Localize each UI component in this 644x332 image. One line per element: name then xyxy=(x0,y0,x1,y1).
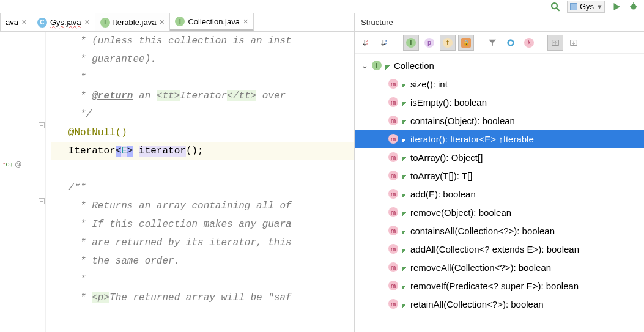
structure-toolbar: za az I p f 🔒 λ xyxy=(355,32,644,54)
visibility-icon xyxy=(402,172,407,179)
method-icon: m xyxy=(388,299,398,309)
debug-icon[interactable] xyxy=(628,1,639,12)
method-icon: m xyxy=(388,171,398,180)
method-signature: isEmpty(): boolean xyxy=(410,97,487,108)
tree-method-item[interactable]: maddAll(Collection<? extends E>): boolea… xyxy=(355,240,644,258)
method-signature: toArray(T[]): T[] xyxy=(410,171,472,181)
visibility-icon xyxy=(402,153,407,161)
visibility-icon xyxy=(402,98,407,106)
visibility-icon xyxy=(402,264,407,271)
svg-text:z: z xyxy=(385,42,387,46)
show-anonymous-toggle[interactable] xyxy=(503,35,519,51)
tree-method-item[interactable]: miterator(): Iterator<E> ↑Iterable xyxy=(355,130,644,148)
visibility-icon xyxy=(402,282,407,289)
method-icon: m xyxy=(388,262,398,272)
method-icon: m xyxy=(388,134,398,144)
method-signature: remove(Object): boolean xyxy=(410,207,511,218)
svg-line-1 xyxy=(557,8,560,11)
tab-ava[interactable]: ava✕ xyxy=(0,13,32,31)
close-icon[interactable]: ✕ xyxy=(21,18,27,26)
close-icon[interactable]: ✕ xyxy=(84,18,90,26)
visibility-icon xyxy=(402,80,407,87)
structure-title: Structure xyxy=(355,13,644,32)
override-marker-icon[interactable]: ↑o↓ @ xyxy=(2,160,21,168)
method-signature: addAll(Collection<? extends E>): boolean xyxy=(410,244,579,254)
visibility-icon xyxy=(402,135,407,142)
structure-tree[interactable]: ⌄ I Collection msize(): intmisEmpty(): b… xyxy=(355,54,644,332)
svg-text:a: a xyxy=(366,42,369,46)
show-interfaces-toggle[interactable]: I xyxy=(403,35,419,51)
tab-collection[interactable]: ICollection.java✕ xyxy=(170,13,254,31)
tree-method-item[interactable]: misEmpty(): boolean xyxy=(355,93,644,111)
show-properties-toggle[interactable]: p xyxy=(421,35,437,51)
sort-by-visibility-button[interactable]: za xyxy=(358,35,374,51)
show-fields-toggle[interactable]: f xyxy=(440,35,456,51)
method-icon: m xyxy=(388,189,398,199)
svg-point-0 xyxy=(552,3,557,9)
tab-iterable[interactable]: IIterable.java✕ xyxy=(95,13,171,31)
fold-toggle-icon[interactable]: – xyxy=(39,122,45,128)
method-signature: toArray(): Object[] xyxy=(410,152,483,163)
show-lambda-toggle[interactable]: λ xyxy=(521,35,537,51)
visibility-icon xyxy=(402,190,407,197)
method-icon: m xyxy=(388,116,398,125)
method-icon: m xyxy=(388,97,398,107)
visibility-icon xyxy=(402,300,407,308)
tree-method-item[interactable]: mretainAll(Collection<?>): boolean xyxy=(355,295,644,313)
code-editor[interactable]: * (unless this collection is an inst * g… xyxy=(46,32,354,332)
visibility-icon xyxy=(402,245,407,253)
tree-method-item[interactable]: madd(E): boolean xyxy=(355,185,644,203)
close-icon[interactable]: ✕ xyxy=(243,18,248,26)
tree-method-item[interactable]: msize(): int xyxy=(355,75,644,93)
editor-tabs: ava✕ CGys.java✕ IIterable.java✕ ICollect… xyxy=(0,13,354,32)
method-icon: m xyxy=(388,207,398,217)
visibility-icon xyxy=(402,117,407,124)
method-signature: containsAll(Collection<?>): boolean xyxy=(410,226,555,236)
tree-method-item[interactable]: mremoveIf(Predicate<? super E>): boolean xyxy=(355,276,644,295)
method-signature: removeAll(Collection<?>): boolean xyxy=(410,262,551,273)
method-signature: contains(Object): boolean xyxy=(410,116,515,126)
method-signature: add(E): boolean xyxy=(410,189,476,199)
search-icon[interactable] xyxy=(550,1,561,12)
visibility-icon xyxy=(402,227,407,234)
method-signature: iterator(): Iterator<E> ↑Iterable xyxy=(410,134,534,144)
tab-gys[interactable]: CGys.java✕ xyxy=(32,13,95,31)
svg-point-10 xyxy=(508,40,514,45)
tree-method-item[interactable]: mcontains(Object): boolean xyxy=(355,111,644,130)
editor-pane: ava✕ CGys.java✕ IIterable.java✕ ICollect… xyxy=(0,13,355,332)
structure-panel: Structure za az I p f 🔒 λ ⌄ I xyxy=(355,13,644,332)
sort-alphabetically-button[interactable]: az xyxy=(377,35,393,51)
fold-toggle-icon[interactable]: – xyxy=(39,198,45,204)
chevron-down-icon[interactable]: ⌄ xyxy=(361,60,368,71)
show-nonpublic-toggle[interactable]: 🔒 xyxy=(458,35,474,51)
method-icon: m xyxy=(388,281,398,290)
method-signature: size(): int xyxy=(410,79,448,89)
top-toolbar: Gys ▾ xyxy=(0,0,644,13)
method-icon: m xyxy=(388,152,398,162)
filter-button[interactable] xyxy=(484,35,500,51)
tree-method-item[interactable]: mremove(Object): boolean xyxy=(355,203,644,221)
tree-method-item[interactable]: mtoArray(T[]): T[] xyxy=(355,166,644,185)
method-signature: retainAll(Collection<?>): boolean xyxy=(410,299,544,309)
close-icon[interactable]: ✕ xyxy=(159,18,165,26)
run-config-combo[interactable]: Gys ▾ xyxy=(567,1,605,13)
method-icon: m xyxy=(388,244,398,254)
autoscroll-from-source-button[interactable] xyxy=(566,35,582,51)
tree-method-item[interactable]: mtoArray(): Object[] xyxy=(355,148,644,166)
method-signature: removeIf(Predicate<? super E>): boolean xyxy=(410,281,579,291)
tree-method-item[interactable]: mcontainsAll(Collection<?>): boolean xyxy=(355,221,644,240)
editor-gutter: – ↑o↓ @ – xyxy=(0,32,46,332)
tree-root-collection[interactable]: ⌄ I Collection xyxy=(355,56,644,75)
tree-method-item[interactable]: mremoveAll(Collection<?>): boolean xyxy=(355,258,644,276)
method-icon: m xyxy=(388,226,398,235)
autoscroll-to-source-button[interactable] xyxy=(547,35,563,51)
method-icon: m xyxy=(388,79,398,89)
visibility-icon xyxy=(402,208,407,216)
run-icon[interactable] xyxy=(611,1,622,12)
